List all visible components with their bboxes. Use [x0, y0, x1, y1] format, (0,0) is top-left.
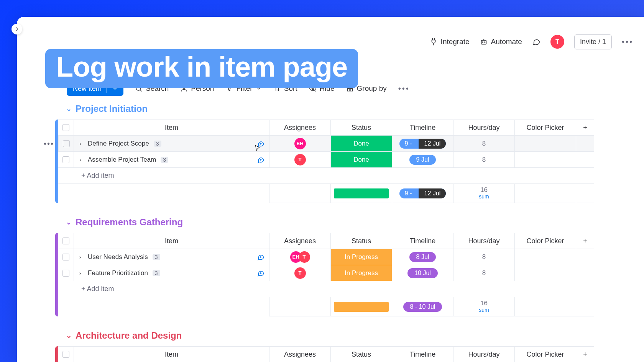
column-header-item[interactable]: Item [74, 120, 269, 135]
add-column-button[interactable]: + [576, 347, 594, 362]
checkbox[interactable] [62, 351, 69, 358]
plug-icon [429, 38, 438, 46]
row-actions-button[interactable]: ••• [44, 139, 54, 148]
expand-subitems-icon[interactable]: › [79, 270, 83, 276]
column-header-timeline[interactable]: Timeline [392, 233, 453, 249]
assignee-avatar[interactable]: T [299, 251, 310, 263]
add-column-button[interactable]: + [576, 120, 594, 135]
item-name-cell[interactable]: › Define Project Scope 3 [74, 136, 269, 151]
timeline-cell[interactable]: 10 Jul [392, 265, 453, 281]
group-title[interactable]: ⌄Requirements Gathering [66, 217, 594, 228]
header-more-button[interactable]: ••• [622, 38, 633, 46]
integrate-button[interactable]: Integrate [429, 38, 470, 46]
column-header-hours[interactable]: Hours/day [453, 233, 514, 249]
table-row: ••• › Define Project Scope 3 EH Done 9 -… [58, 136, 594, 152]
chevron-down-icon: ⌄ [66, 105, 72, 113]
status-cell[interactable]: Done [330, 152, 392, 167]
checkbox[interactable] [62, 156, 69, 163]
sidebar-collapse-button[interactable] [12, 24, 22, 34]
color-picker-cell[interactable] [514, 152, 576, 167]
item-name-cell[interactable]: › Assemble Project Team 3 [74, 152, 269, 167]
checkbox[interactable] [62, 238, 69, 244]
assignees-cell[interactable]: T [269, 152, 330, 167]
column-header-status[interactable]: Status [330, 233, 392, 249]
status-cell[interactable]: Done [330, 136, 392, 151]
status-cell[interactable]: In Progress [330, 249, 392, 265]
add-column-button[interactable]: + [576, 233, 594, 249]
toolbar-more-button[interactable]: ••• [398, 84, 410, 93]
column-header-timeline[interactable]: Timeline [392, 347, 453, 362]
group-color-bar [55, 120, 58, 203]
item-name-cell[interactable]: › Feature Prioritization 3 [74, 265, 269, 281]
svg-rect-0 [481, 40, 486, 44]
column-header-timeline[interactable]: Timeline [392, 120, 453, 135]
expand-subitems-icon[interactable]: › [79, 157, 83, 163]
summary-row: 9 - 12 Jul 16sum [58, 184, 594, 203]
group-title[interactable]: ⌄Project Initiation [66, 103, 594, 114]
expand-subitems-icon[interactable]: › [79, 254, 83, 260]
hours-cell[interactable]: 8 [453, 265, 514, 281]
column-header-status[interactable]: Status [330, 120, 392, 135]
item-name-label: Assemble Project Team [88, 156, 156, 164]
assignees-cell[interactable]: EHT [269, 249, 330, 265]
assignee-avatar[interactable]: EH [294, 138, 306, 149]
svg-point-1 [482, 42, 483, 43]
hours-cell[interactable]: 8 [453, 152, 514, 167]
row-select-cell[interactable] [58, 152, 74, 167]
timeline-cell[interactable]: 9 Jul [392, 152, 453, 167]
timeline-cell[interactable]: 8 Jul [392, 249, 453, 265]
assignees-cell[interactable]: T [269, 265, 330, 281]
open-item-icon[interactable] [257, 156, 264, 164]
checkbox[interactable] [62, 254, 69, 260]
subitem-count-badge: 3 [154, 141, 161, 147]
assignee-avatar[interactable]: T [294, 267, 306, 279]
assignee-avatar[interactable]: T [294, 154, 306, 165]
column-header-status[interactable]: Status [330, 347, 392, 362]
row-select-cell[interactable] [58, 249, 74, 265]
open-item-icon[interactable] [257, 253, 264, 261]
open-item-icon[interactable] [257, 269, 264, 277]
conversations-button[interactable] [532, 38, 540, 46]
column-header-assignees[interactable]: Assignees [269, 233, 330, 249]
column-header-item[interactable]: Item [74, 233, 269, 249]
select-all-cell[interactable] [58, 120, 74, 135]
select-all-cell[interactable] [58, 347, 74, 362]
user-avatar[interactable]: T [550, 35, 564, 49]
open-item-icon[interactable] [257, 140, 264, 147]
hours-cell[interactable]: 8 [453, 136, 514, 151]
select-all-cell[interactable] [58, 233, 74, 249]
item-name-cell[interactable]: › User Needs Analysis 3 [74, 249, 269, 265]
chat-bubble-icon [532, 38, 540, 46]
column-header-color[interactable]: Color Picker [514, 347, 576, 362]
group: ⌄Project Initiation Item Assignees Statu… [55, 103, 594, 203]
hours-cell[interactable]: 8 [453, 249, 514, 265]
column-header-item[interactable]: Item [74, 347, 269, 362]
item-name-label: Define Project Scope [88, 140, 149, 147]
add-item-row[interactable]: + Add item [58, 168, 594, 184]
checkbox[interactable] [62, 124, 69, 131]
group-table: Item Assignees Status Timeline Hours/day… [55, 233, 594, 316]
automate-button[interactable]: Automate [480, 38, 522, 46]
svg-line-4 [140, 90, 141, 91]
add-item-row[interactable]: + Add item [58, 281, 594, 297]
color-picker-cell[interactable] [514, 265, 576, 281]
column-header-color[interactable]: Color Picker [514, 233, 576, 249]
status-cell[interactable]: In Progress [330, 265, 392, 281]
assignees-cell[interactable]: EH [269, 136, 330, 151]
timeline-cell[interactable]: 9 - 12 Jul [392, 136, 453, 151]
checkbox[interactable] [63, 140, 70, 147]
summary-assignees-cell [269, 184, 330, 203]
row-select-cell[interactable] [58, 265, 74, 281]
invite-button[interactable]: Invite / 1 [574, 34, 612, 49]
color-picker-cell[interactable] [514, 249, 576, 265]
group-title[interactable]: ⌄Architecture and Design [66, 330, 594, 341]
column-header-hours[interactable]: Hours/day [453, 120, 514, 135]
color-picker-cell[interactable] [514, 136, 576, 151]
checkbox[interactable] [62, 270, 69, 277]
expand-subitems-icon[interactable]: › [79, 141, 83, 147]
row-select-cell[interactable] [58, 136, 74, 151]
column-header-color[interactable]: Color Picker [514, 120, 576, 135]
column-header-assignees[interactable]: Assignees [269, 120, 330, 135]
column-header-hours[interactable]: Hours/day [453, 347, 514, 362]
column-header-assignees[interactable]: Assignees [269, 347, 330, 362]
